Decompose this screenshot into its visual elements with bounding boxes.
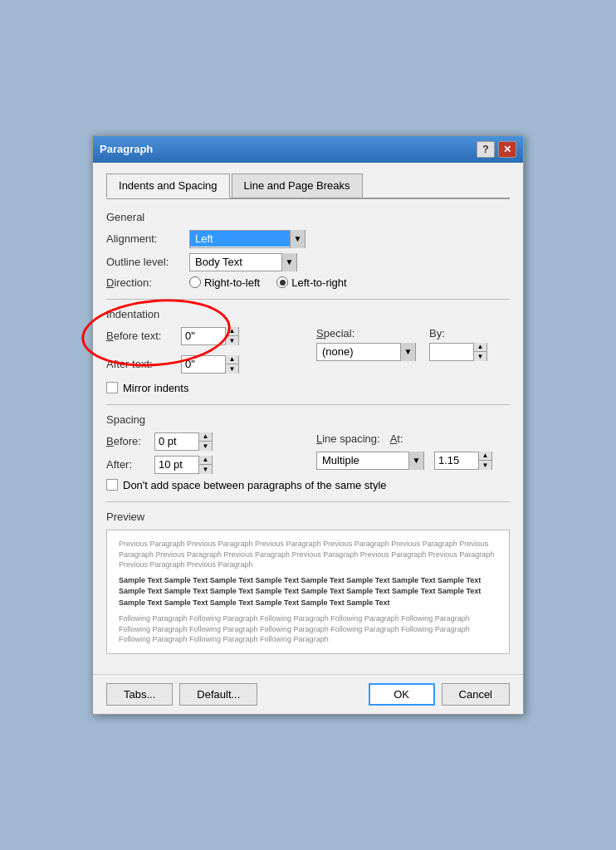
title-bar: Paragraph ? ✕	[93, 136, 523, 163]
line-spacing-value: Multiple	[317, 452, 408, 468]
outline-dropdown[interactable]: Body Text ▼	[189, 253, 297, 271]
after-text-spinner[interactable]: 0" ▲ ▼	[181, 355, 239, 374]
spacing-before-down[interactable]: ▼	[199, 442, 212, 451]
preview-follow-para: Following Paragraph Following Paragraph …	[119, 613, 497, 645]
tab-indents-spacing-label: Indents and Spacing	[119, 179, 218, 192]
spacing-after-value: 10 pt	[155, 457, 198, 472]
line-spacing-arrow[interactable]: ▼	[408, 452, 423, 470]
alignment-label: Alignment:	[106, 232, 189, 245]
general-section: General Alignment: Left ▼ Outline level:…	[106, 211, 510, 289]
spacing-after-up[interactable]: ▲	[199, 456, 212, 466]
radio-ltr-label: Left-to-right	[291, 276, 346, 289]
spacing-title: Spacing	[106, 413, 510, 426]
before-text-row: Before text: 0" ▲ ▼	[106, 327, 300, 345]
spacing-before-spinner[interactable]: 0 pt ▲ ▼	[154, 432, 213, 451]
spacing-after-label: After:	[106, 458, 148, 471]
general-title: General	[106, 211, 510, 223]
by-spinner[interactable]: ▲ ▼	[429, 343, 487, 361]
at-spinner[interactable]: 1.15 ▲ ▼	[434, 452, 492, 470]
spacing-after-spinner[interactable]: 10 pt ▲ ▼	[154, 456, 213, 474]
ok-button[interactable]: OK	[369, 683, 435, 706]
indentation-title: Indentation	[106, 308, 510, 320]
by-value	[430, 350, 473, 354]
before-text-arrows: ▲ ▼	[225, 327, 238, 345]
special-arrow[interactable]: ▼	[400, 343, 415, 361]
spacing-section: Spacing Before: 0 pt ▲ ▼	[106, 413, 510, 491]
outline-value: Body Text	[190, 254, 281, 270]
preview-prev-para: Previous Paragraph Previous Paragraph Pr…	[119, 539, 497, 570]
outline-label: Outline level:	[106, 256, 189, 268]
at-value: 1.15	[435, 452, 478, 468]
mirror-indents-label: Mirror indents	[123, 382, 188, 394]
spacing-before-value: 0 pt	[155, 433, 198, 449]
indentation-section: Indentation Before text: 0" ▲ ▼	[106, 308, 510, 394]
by-col: By: ▲ ▼	[429, 327, 487, 361]
line-spacing-dropdown[interactable]: Multiple ▼	[316, 452, 424, 470]
alignment-dropdown[interactable]: Left ▼	[189, 230, 306, 248]
help-button[interactable]: ?	[477, 141, 495, 158]
spacing-before-up[interactable]: ▲	[199, 432, 212, 442]
special-value: (none)	[317, 344, 400, 359]
before-text-label: Before text:	[106, 330, 181, 342]
direction-label: Direction:	[106, 276, 189, 289]
direction-radio-group: Right-to-left Left-to-right	[189, 276, 347, 289]
mirror-indents-row: Mirror indents	[106, 382, 510, 394]
paragraph-dialog: Paragraph ? ✕ Indents and Spacing Line a…	[92, 135, 524, 715]
radio-left-to-right[interactable]: Left-to-right	[276, 276, 346, 289]
default-button[interactable]: Default...	[179, 683, 257, 706]
left-buttons: Tabs... Default...	[106, 683, 257, 706]
tab-line-page-breaks[interactable]: Line and Page Breaks	[232, 173, 363, 198]
outline-arrow[interactable]: ▼	[281, 253, 296, 271]
by-arrows: ▲ ▼	[473, 343, 486, 361]
tabs-button[interactable]: Tabs...	[106, 683, 173, 706]
line-spacing-header: Line spacing:	[316, 432, 380, 445]
spacing-before-row: Before: 0 pt ▲ ▼	[106, 432, 300, 451]
after-text-up[interactable]: ▲	[226, 355, 238, 365]
outline-row: Outline level: Body Text ▼	[106, 253, 510, 271]
after-text-arrows: ▲ ▼	[225, 355, 238, 374]
at-header: At:	[390, 432, 403, 445]
by-header: By:	[429, 327, 487, 340]
dont-add-row: Don't add space between paragraphs of th…	[106, 479, 510, 491]
dialog-title: Paragraph	[100, 143, 153, 155]
close-button[interactable]: ✕	[498, 141, 516, 158]
radio-circle-ltr	[276, 276, 288, 288]
title-bar-buttons: ? ✕	[477, 141, 516, 158]
mirror-indents-checkbox[interactable]	[106, 382, 118, 393]
bottom-buttons: Tabs... Default... OK Cancel	[93, 674, 523, 714]
radio-right-to-left[interactable]: Right-to-left	[189, 276, 260, 289]
spacing-after-down[interactable]: ▼	[199, 465, 212, 474]
before-text-up[interactable]: ▲	[226, 327, 238, 337]
after-text-label: After text:	[106, 358, 181, 370]
spacing-before-arrows: ▲ ▼	[198, 432, 212, 451]
tab-bar: Indents and Spacing Line and Page Breaks	[106, 173, 510, 199]
special-dropdown[interactable]: (none) ▼	[316, 343, 416, 361]
by-up[interactable]: ▲	[474, 343, 486, 353]
before-text-down[interactable]: ▼	[226, 336, 238, 345]
preview-section: Preview Previous Paragraph Previous Para…	[106, 510, 510, 654]
dont-add-checkbox[interactable]	[106, 479, 118, 491]
after-text-down[interactable]: ▼	[226, 364, 238, 374]
tab-indents-spacing[interactable]: Indents and Spacing	[106, 173, 230, 198]
at-up[interactable]: ▲	[479, 452, 491, 462]
after-text-row: After text: 0" ▲ ▼	[106, 355, 300, 374]
at-down[interactable]: ▼	[479, 461, 491, 470]
preview-box: Previous Paragraph Previous Paragraph Pr…	[106, 530, 510, 654]
before-text-value: 0"	[182, 328, 225, 344]
spacing-before-label: Before:	[106, 435, 148, 447]
spacing-after-arrows: ▲ ▼	[198, 456, 212, 474]
radio-circle-rtl	[189, 276, 201, 288]
by-down[interactable]: ▼	[474, 352, 486, 361]
radio-rtl-label: Right-to-left	[204, 276, 260, 289]
dont-add-label: Don't add space between paragraphs of th…	[123, 479, 387, 491]
special-header: Special:	[316, 327, 416, 340]
spacing-after-row: After: 10 pt ▲ ▼	[106, 456, 300, 474]
alignment-row: Alignment: Left ▼	[106, 230, 510, 248]
preview-sample: Sample Text Sample Text Sample Text Samp…	[119, 575, 497, 609]
before-text-spinner[interactable]: 0" ▲ ▼	[181, 327, 239, 345]
at-arrows: ▲ ▼	[478, 452, 491, 470]
cancel-button[interactable]: Cancel	[442, 683, 510, 706]
alignment-value: Left	[190, 231, 290, 247]
tab-line-page-breaks-label: Line and Page Breaks	[244, 179, 350, 192]
alignment-arrow[interactable]: ▼	[290, 230, 305, 248]
